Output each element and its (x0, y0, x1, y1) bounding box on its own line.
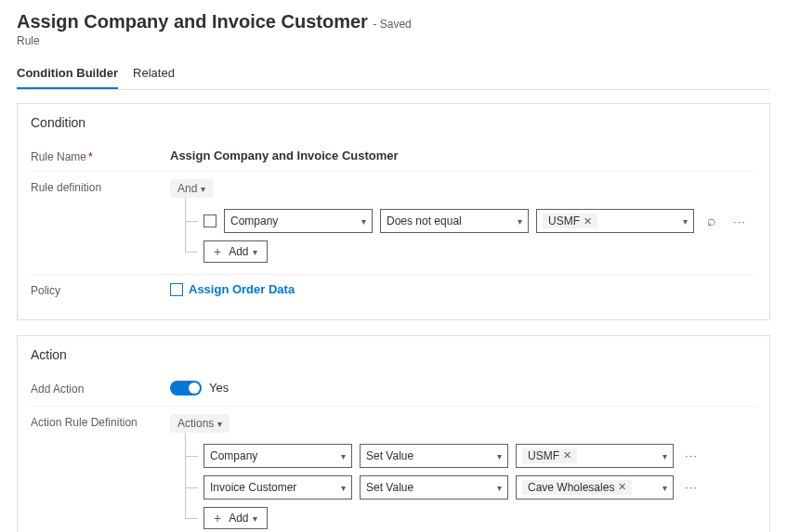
value-token: Cave Wholesales ✕ (522, 480, 632, 495)
condition-field-combo[interactable]: Company (224, 209, 373, 233)
value-token-text: Cave Wholesales (528, 481, 614, 494)
add-action-label: Add Action (31, 381, 170, 396)
rule-name-value[interactable]: Assign Company and Invoice Customer (170, 149, 756, 162)
chevron-down-icon (217, 417, 222, 430)
value-token-text: USMF (528, 449, 559, 462)
page-title-text: Assign Company and Invoice Customer (17, 11, 368, 32)
policy-link[interactable]: Assign Order Data (170, 282, 295, 296)
action-value-combo[interactable]: USMF ✕ (516, 444, 674, 468)
action-rule-definition-label: Action Rule Definition (31, 414, 170, 429)
chevron-down-icon (253, 512, 257, 525)
action-row: Company Set Value USMF ✕ (176, 440, 756, 472)
condition-grouper-label: And (177, 182, 197, 195)
action-operator-text: Set Value (366, 449, 413, 462)
condition-panel: Condition Rule Name* Assign Company and … (17, 103, 770, 320)
action-operator-combo[interactable]: Set Value (360, 475, 508, 500)
more-icon[interactable] (729, 211, 750, 231)
chevron-down-icon (497, 449, 502, 462)
plus-icon (214, 244, 225, 259)
action-value-combo[interactable]: Cave Wholesales ✕ (516, 475, 674, 500)
condition-operator-text: Does not equal (387, 214, 462, 227)
chevron-down-icon (341, 449, 346, 462)
chevron-down-icon (497, 481, 502, 494)
more-icon[interactable] (681, 477, 702, 498)
chevron-down-icon (341, 481, 346, 494)
action-operator-combo[interactable]: Set Value (360, 444, 508, 468)
value-token: USMF ✕ (522, 448, 577, 463)
tab-related[interactable]: Related (133, 60, 175, 89)
policy-link-text: Assign Order Data (189, 282, 295, 296)
search-icon[interactable] (702, 211, 722, 231)
add-action-toggle[interactable] (170, 381, 202, 396)
action-field-text: Company (210, 449, 257, 462)
rule-name-label: Rule Name* (31, 149, 170, 163)
condition-field-text: Company (230, 214, 278, 227)
rule-name-label-text: Rule Name (31, 150, 86, 163)
add-button-label: Add (229, 245, 248, 258)
action-row: Invoice Customer Set Value Cave Wholesal… (176, 472, 756, 503)
chevron-down-icon (662, 449, 667, 462)
value-token-text: USMF (548, 214, 580, 227)
required-marker: * (88, 150, 93, 163)
action-grouper-actions[interactable]: Actions (170, 414, 230, 433)
condition-operator-combo[interactable]: Does not equal (380, 209, 529, 233)
chevron-down-icon (201, 182, 205, 195)
condition-row: Company Does not equal USMF ✕ (176, 205, 756, 237)
action-grouper-label: Actions (177, 417, 214, 430)
action-operator-text: Set Value (366, 481, 413, 494)
condition-panel-title: Condition (31, 115, 756, 130)
add-action-toggle-value: Yes (209, 381, 229, 395)
policy-icon (170, 283, 183, 296)
add-action-button[interactable]: Add (203, 507, 268, 529)
tab-bar: Condition Builder Related (17, 60, 770, 90)
action-field-combo[interactable]: Company (203, 444, 352, 468)
plus-icon (214, 511, 225, 526)
condition-add-row: Add (176, 237, 756, 266)
remove-token-icon[interactable]: ✕ (618, 481, 626, 493)
chevron-down-icon (361, 214, 366, 227)
action-panel-title: Action (31, 347, 756, 362)
chevron-down-icon (253, 245, 257, 258)
action-add-row: Add (176, 503, 756, 533)
add-condition-button[interactable]: Add (203, 240, 268, 263)
condition-grouper-and[interactable]: And (170, 179, 213, 198)
condition-value-combo[interactable]: USMF ✕ (536, 209, 694, 233)
saved-indicator: - Saved (373, 18, 411, 31)
rule-definition-label: Rule definition (31, 179, 170, 194)
entity-type-label: Rule (17, 34, 770, 47)
more-icon[interactable] (681, 446, 702, 466)
chevron-down-icon (683, 214, 688, 227)
chevron-down-icon (518, 214, 522, 227)
action-panel: Action Add Action Yes Action Rule Defini… (17, 335, 770, 533)
remove-token-icon[interactable]: ✕ (563, 449, 571, 461)
tab-condition-builder[interactable]: Condition Builder (17, 60, 118, 89)
remove-token-icon[interactable]: ✕ (584, 215, 592, 227)
chevron-down-icon (662, 481, 667, 494)
value-token: USMF ✕ (543, 214, 597, 228)
action-field-combo[interactable]: Invoice Customer (203, 475, 352, 500)
page-title: Assign Company and Invoice Customer - Sa… (17, 11, 770, 32)
add-button-label: Add (229, 512, 248, 525)
policy-label: Policy (31, 282, 170, 297)
row-checkbox[interactable] (203, 214, 216, 227)
action-field-text: Invoice Customer (210, 481, 296, 494)
